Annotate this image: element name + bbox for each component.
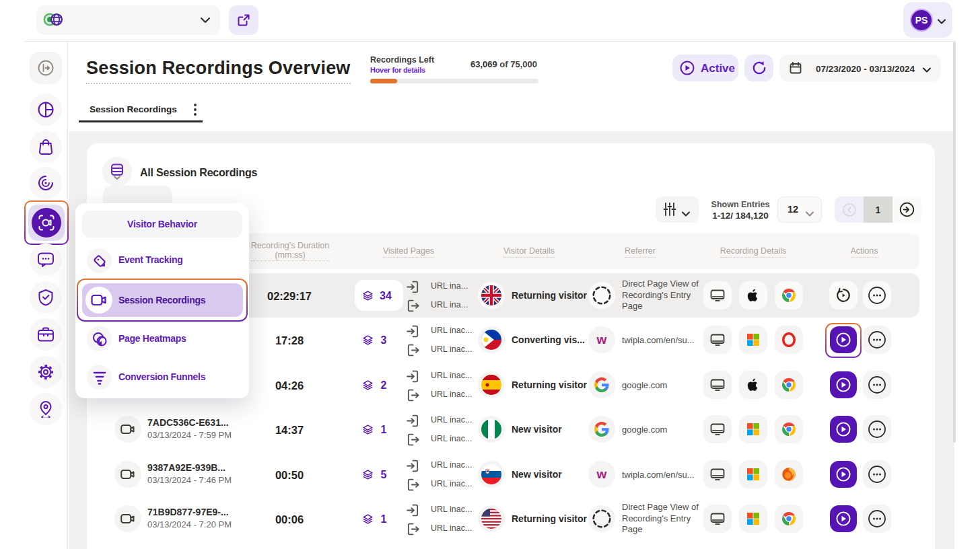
svg-text:w: w: [596, 467, 607, 481]
svg-text:w: w: [596, 332, 607, 346]
